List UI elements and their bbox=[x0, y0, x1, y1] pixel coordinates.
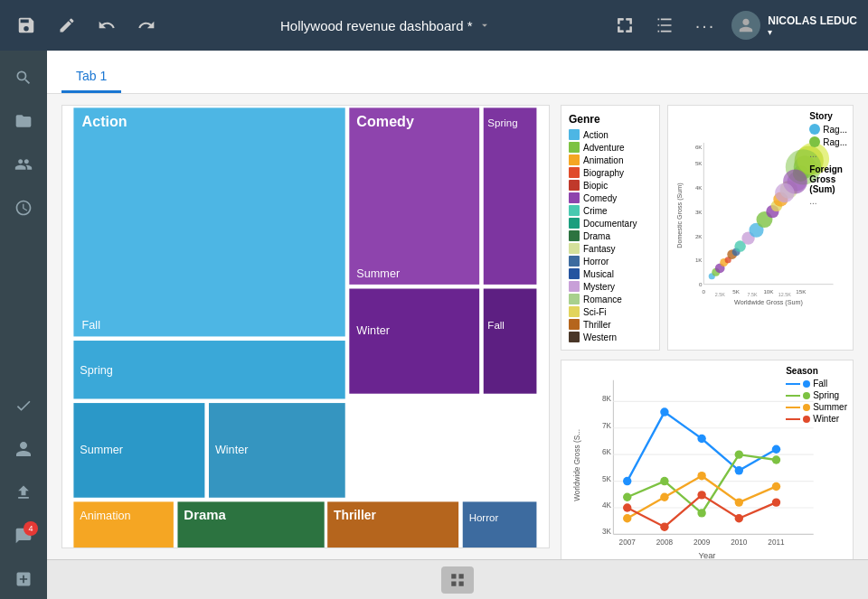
svg-point-144 bbox=[735, 450, 743, 458]
svg-text:5K: 5K bbox=[732, 288, 740, 295]
main-layout: 4 Tab 1 Action Fall Spring bbox=[0, 51, 868, 599]
svg-point-137 bbox=[660, 407, 668, 416]
svg-text:10K: 10K bbox=[763, 288, 774, 295]
legend-item-biopic: Biopic bbox=[569, 180, 652, 191]
svg-text:5K: 5K bbox=[602, 475, 612, 483]
svg-text:Domestic Gross (Sum): Domestic Gross (Sum) bbox=[676, 183, 684, 248]
svg-text:Worldwide Gross (Sum): Worldwide Gross (Sum) bbox=[734, 299, 803, 306]
svg-point-153 bbox=[697, 491, 705, 499]
svg-text:0: 0 bbox=[703, 288, 706, 295]
sidebar-icon-chat[interactable]: 4 bbox=[4, 516, 43, 556]
svg-text:4K: 4K bbox=[695, 184, 703, 191]
svg-text:Spring: Spring bbox=[487, 117, 517, 128]
svg-text:7K: 7K bbox=[602, 422, 612, 430]
more-button[interactable]: ··· bbox=[690, 10, 722, 42]
svg-point-142 bbox=[660, 477, 668, 485]
svg-rect-14 bbox=[348, 287, 480, 395]
legend-item-animation: Animation bbox=[569, 154, 652, 165]
svg-rect-16 bbox=[483, 287, 538, 395]
sidebar-icon-clock[interactable] bbox=[4, 188, 43, 228]
svg-point-140 bbox=[772, 445, 780, 454]
user-menu[interactable]: NICOLAS LEDUC ▾ bbox=[731, 11, 857, 40]
dashboard-title-text: Hollywood revenue dashboard * bbox=[280, 18, 473, 33]
svg-text:Summer: Summer bbox=[80, 444, 123, 456]
legend-item-musical: Musical bbox=[569, 268, 652, 279]
toolbar-title[interactable]: Hollywood revenue dashboard * bbox=[172, 18, 599, 33]
svg-point-136 bbox=[623, 477, 631, 485]
svg-rect-50 bbox=[462, 501, 538, 548]
svg-text:Winter: Winter bbox=[215, 444, 249, 456]
svg-text:2K: 2K bbox=[695, 233, 703, 239]
sidebar-icon-upload[interactable] bbox=[4, 473, 43, 512]
svg-text:2009: 2009 bbox=[693, 538, 711, 547]
svg-point-115 bbox=[775, 183, 794, 202]
legend-item-drama: Drama bbox=[569, 230, 652, 241]
tab-bar: Tab 1 bbox=[47, 51, 868, 94]
svg-text:Action: Action bbox=[82, 113, 127, 129]
sidebar-icon-people[interactable] bbox=[4, 145, 43, 184]
grid-toggle-button[interactable] bbox=[441, 566, 474, 594]
svg-text:Drama: Drama bbox=[184, 507, 226, 522]
svg-text:0: 0 bbox=[699, 281, 703, 287]
legend-title: Genre bbox=[569, 113, 652, 126]
legend-item-western: Western bbox=[569, 332, 652, 342]
redo-button[interactable] bbox=[132, 11, 161, 40]
line-chart-legend: Season Fall Spring bbox=[786, 366, 847, 424]
svg-text:Spring: Spring bbox=[80, 364, 113, 377]
legend-item-thriller: Thriller bbox=[569, 319, 652, 330]
save-button[interactable] bbox=[11, 10, 42, 41]
svg-text:Summer: Summer bbox=[356, 267, 400, 280]
legend-item-documentary: Documentary bbox=[569, 218, 652, 229]
svg-point-147 bbox=[660, 493, 668, 501]
svg-text:3K: 3K bbox=[695, 209, 703, 215]
svg-text:6K: 6K bbox=[695, 144, 703, 150]
svg-text:1K: 1K bbox=[695, 257, 703, 263]
toolbar: Hollywood revenue dashboard * ··· NICOLA… bbox=[0, 0, 868, 51]
svg-text:4K: 4K bbox=[602, 501, 612, 510]
right-panel: Genre Action Adventure bbox=[561, 105, 854, 548]
sidebar-icon-search[interactable] bbox=[4, 58, 43, 98]
sidebar-icon-plus-square[interactable] bbox=[4, 559, 43, 599]
legend-item-adventure: Adventure bbox=[569, 142, 652, 153]
svg-text:Fall: Fall bbox=[487, 320, 505, 331]
svg-rect-3 bbox=[72, 340, 346, 400]
filter-button[interactable] bbox=[650, 11, 679, 40]
svg-point-141 bbox=[623, 493, 631, 501]
legend-item-action: Action bbox=[569, 129, 652, 140]
sidebar-icon-person[interactable] bbox=[4, 429, 43, 469]
svg-text:Animation: Animation bbox=[80, 510, 130, 522]
sidebar-icon-folder[interactable] bbox=[4, 101, 43, 141]
svg-text:2007: 2007 bbox=[619, 538, 637, 547]
svg-text:Horror: Horror bbox=[469, 512, 499, 523]
svg-text:8K: 8K bbox=[602, 395, 612, 403]
svg-text:2011: 2011 bbox=[768, 538, 785, 547]
chat-badge: 4 bbox=[24, 521, 38, 536]
expand-button[interactable] bbox=[610, 11, 639, 40]
svg-text:Winter: Winter bbox=[356, 324, 390, 337]
treemap-container: Action Fall Spring Summer Winter Comedy … bbox=[61, 105, 550, 548]
svg-point-139 bbox=[735, 466, 743, 474]
edit-button[interactable] bbox=[52, 11, 81, 40]
svg-point-148 bbox=[697, 472, 705, 480]
line-chart: Season Fall Spring bbox=[561, 360, 854, 559]
svg-text:2010: 2010 bbox=[731, 538, 748, 547]
svg-text:Year: Year bbox=[698, 550, 715, 559]
svg-point-150 bbox=[772, 482, 780, 491]
tab-1[interactable]: Tab 1 bbox=[61, 60, 121, 93]
legend-item-mystery: Mystery bbox=[569, 281, 652, 292]
sidebar: 4 bbox=[0, 51, 47, 599]
undo-button[interactable] bbox=[92, 11, 121, 40]
legend-item-romance: Romance bbox=[569, 294, 652, 304]
legend-items: Action Adventure Animation bbox=[569, 129, 652, 342]
user-dropdown-icon: ▾ bbox=[768, 27, 772, 37]
content-area: Tab 1 Action Fall Spring Summer bbox=[47, 51, 868, 599]
bottom-bar bbox=[47, 559, 868, 599]
svg-text:5K: 5K bbox=[695, 160, 703, 166]
treemap-svg: Action Fall Spring Summer Winter Comedy … bbox=[62, 106, 549, 548]
user-avatar bbox=[731, 11, 760, 40]
dashboard: Action Fall Spring Summer Winter Comedy … bbox=[47, 94, 868, 559]
sidebar-icon-check[interactable] bbox=[4, 386, 43, 426]
legend-item-fantasy: Fantasy bbox=[569, 243, 652, 254]
svg-text:12.5K: 12.5K bbox=[778, 292, 791, 297]
svg-text:2.5K: 2.5K bbox=[715, 292, 725, 297]
